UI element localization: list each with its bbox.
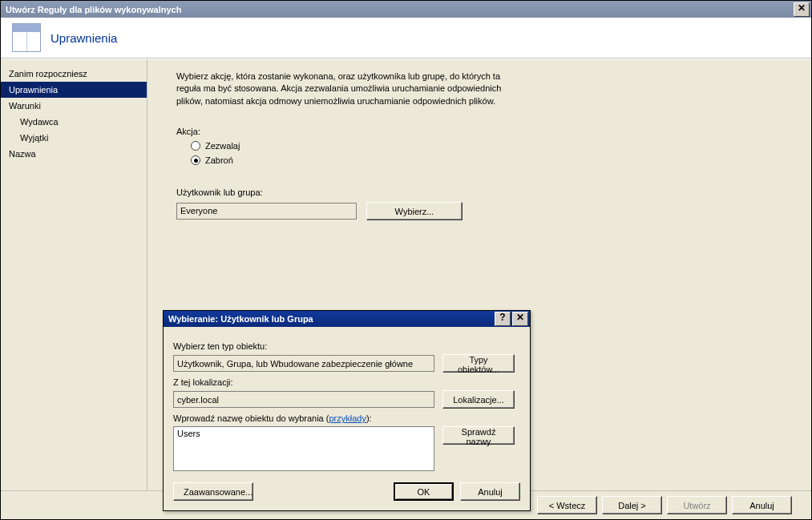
radio-allow[interactable]: Zezwalaj [191, 141, 794, 151]
location-label: Z tej lokalizacji: [173, 377, 520, 387]
object-type-label: Wybierz ten typ obiektu: [173, 341, 520, 351]
action-radio-group: Zezwalaj Zabroń [176, 141, 794, 165]
select-user-group-dialog: Wybieranie: Użytkownik lub Grupa ? ✕ Wyb… [163, 310, 531, 511]
select-button[interactable]: Wybierz... [366, 202, 463, 220]
object-types-button[interactable]: Typy obiektów... [442, 354, 515, 373]
inner-dialog-title: Wybieranie: Użytkownik lub Grupa [168, 314, 495, 324]
user-group-label: Użytkownik lub grupa: [176, 187, 794, 197]
close-icon[interactable]: ✕ [794, 2, 810, 17]
examples-link[interactable]: przykłady [329, 413, 366, 423]
inner-close-icon[interactable]: ✕ [512, 312, 528, 326]
sidebar-item-intro[interactable]: Zanim rozpoczniesz [1, 66, 147, 82]
name-label-suffix: ): [366, 413, 372, 423]
inner-dialog-body: Wybierz ten typ obiektu: Typy obiektów..… [164, 327, 530, 510]
description-text: Wybierz akcję, która zostanie wykonana, … [176, 71, 521, 107]
cancel-button[interactable]: Anuluj [732, 496, 792, 514]
ok-button[interactable]: OK [394, 482, 454, 501]
location-field [173, 391, 434, 408]
name-label-prefix: Wprowadź nazwę obiektu do wybrania ( [173, 413, 329, 423]
sidebar-item-publisher[interactable]: Wydawca [1, 114, 147, 130]
radio-deny-label: Zabroń [205, 155, 233, 165]
inner-cancel-button[interactable]: Anuluj [460, 482, 520, 501]
action-label: Akcja: [176, 127, 794, 136]
radio-allow-label: Zezwalaj [205, 141, 240, 151]
radio-deny[interactable]: Zabroń [191, 155, 794, 165]
window-titlebar: Utwórz Reguły dla plików wykonywalnych ✕ [1, 1, 811, 18]
radio-allow-circle [191, 141, 200, 151]
header-band: Uprawnienia [1, 18, 811, 58]
sidebar-item-permissions[interactable]: Uprawnienia [1, 82, 147, 98]
object-name-input[interactable] [173, 426, 434, 471]
user-group-row: Everyone Wybierz... [176, 202, 794, 220]
back-button[interactable]: < Wstecz [537, 496, 597, 514]
sidebar-item-conditions[interactable]: Warunki [1, 98, 147, 114]
sidebar-item-name[interactable]: Nazwa [1, 146, 147, 162]
header-icon [12, 23, 41, 52]
window-title: Utwórz Reguły dla plików wykonywalnych [6, 5, 794, 14]
sidebar-item-exceptions[interactable]: Wyjątki [1, 130, 147, 146]
advanced-button[interactable]: Zaawansowane... [173, 482, 253, 501]
help-icon[interactable]: ? [495, 312, 511, 326]
next-button[interactable]: Dalej > [602, 496, 662, 514]
radio-deny-circle [191, 155, 200, 165]
object-name-label: Wprowadź nazwę obiektu do wybrania (przy… [173, 413, 520, 423]
object-type-field [173, 355, 434, 372]
page-title: Uprawnienia [50, 31, 117, 45]
check-names-button[interactable]: Sprawdź nazwy [442, 426, 515, 445]
inner-dialog-titlebar: Wybieranie: Użytkownik lub Grupa ? ✕ [164, 311, 530, 327]
create-button: Utwórz [667, 496, 727, 514]
user-group-field: Everyone [176, 203, 357, 220]
body-area: Zanim rozpoczniesz Uprawnienia Warunki W… [1, 58, 811, 490]
sidebar: Zanim rozpoczniesz Uprawnienia Warunki W… [1, 59, 147, 490]
wizard-window: Utwórz Reguły dla plików wykonywalnych ✕… [0, 0, 812, 520]
locations-button[interactable]: Lokalizacje... [442, 390, 515, 409]
